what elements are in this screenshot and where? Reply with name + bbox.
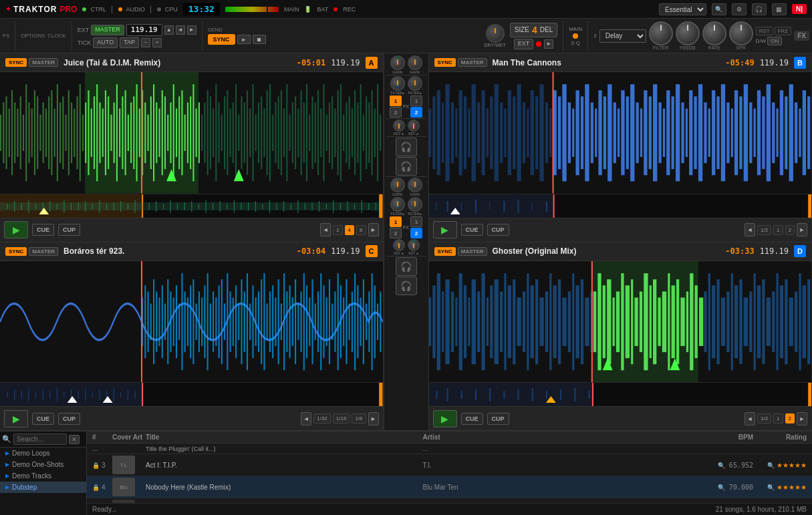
deck-d-loop-half[interactable]: 1/2 xyxy=(757,413,771,423)
deck-a-master-tag[interactable]: MASTER xyxy=(29,58,58,67)
deck-a-play-btn[interactable]: ▶ xyxy=(4,221,28,238)
deck-c-cup-btn[interactable]: CUP xyxy=(58,413,80,425)
deck-b-waveform[interactable] xyxy=(429,72,812,194)
search-input[interactable] xyxy=(13,434,67,445)
filter-knob-b[interactable] xyxy=(408,76,422,91)
deck-a-loop-2[interactable]: 2 xyxy=(333,225,342,235)
deck-b-sync-tag[interactable]: SYNC xyxy=(434,58,456,67)
deck-b-loop-half[interactable]: 1/2 xyxy=(757,225,771,235)
stop-btn[interactable]: ⏹ xyxy=(253,35,266,44)
filter-knob-c[interactable] xyxy=(390,197,405,212)
fx-c-1-btn[interactable]: 1 xyxy=(390,216,402,227)
fx-b-1-btn[interactable]: 1 xyxy=(410,96,422,106)
deck-a-loop-4[interactable]: 4 xyxy=(345,225,354,235)
deck-c-master-tag[interactable]: MASTER xyxy=(29,247,58,256)
close-search-btn[interactable]: ✕ xyxy=(69,435,80,444)
gain-knob-b[interactable] xyxy=(408,55,422,70)
deck-d-overview[interactable] xyxy=(429,382,812,406)
deck-b-cue-btn[interactable]: CUE xyxy=(461,224,483,236)
deck-b-loop-1[interactable]: 1 xyxy=(773,225,783,235)
fx-d-2-btn[interactable]: 2 xyxy=(410,228,422,238)
deck-c-loop-3[interactable]: 1/8 xyxy=(352,413,366,423)
deck-b-overview[interactable] xyxy=(429,194,812,218)
deck-d-master-tag[interactable]: MASTER xyxy=(458,247,487,256)
deck-d-loop-2[interactable]: 2 xyxy=(785,413,795,423)
filter-knob[interactable] xyxy=(649,21,673,45)
deck-a-waveform[interactable] xyxy=(0,72,383,194)
fx-b-2-btn[interactable]: 2 xyxy=(410,107,422,118)
deck-a-overview[interactable] xyxy=(0,194,383,218)
fx-effect-select[interactable]: Delay xyxy=(599,29,646,43)
ext-play-btn[interactable]: ► xyxy=(544,39,553,49)
filter-knob-a[interactable] xyxy=(390,76,405,91)
dry-wet-knob[interactable] xyxy=(486,24,505,43)
spr-knob[interactable] xyxy=(729,21,753,45)
bpm-nudge-prev[interactable]: ◄ xyxy=(176,25,185,35)
settings-icon-btn[interactable]: ⚙ xyxy=(732,3,747,15)
rst-btn[interactable]: RST xyxy=(756,27,773,35)
bpm-nudge-next[interactable]: ► xyxy=(187,25,196,35)
browser-sidebar-item-3[interactable]: ▶ Dubstep xyxy=(0,482,86,493)
headphones-icon-btn[interactable]: 🎧 xyxy=(752,3,767,15)
key-knob-b[interactable] xyxy=(408,120,420,132)
bpm-plus[interactable]: + xyxy=(152,38,162,47)
fx-a-1-btn[interactable]: 1 xyxy=(390,96,402,106)
deck-a-loop-nav-left[interactable]: ◄ xyxy=(320,223,331,236)
deck-b-play-btn[interactable]: ▶ xyxy=(433,221,457,238)
fx-d-1-btn[interactable]: 1 xyxy=(410,216,422,227)
deck-b-cup-btn[interactable]: CUP xyxy=(487,224,509,236)
headphone-b-btn[interactable]: 🎧 xyxy=(396,157,417,176)
deck-c-waveform[interactable] xyxy=(0,261,383,383)
rate-knob[interactable] xyxy=(702,21,726,45)
tap-btn[interactable]: TAP xyxy=(120,37,139,48)
deck-c-loop-2[interactable]: 1/16 xyxy=(333,413,350,423)
deck-b-master-tag[interactable]: MASTER xyxy=(458,58,487,67)
frz-btn[interactable]: FRZ xyxy=(775,27,792,35)
deck-c-cue-btn[interactable]: CUE xyxy=(32,413,54,425)
deck-d-loop-1[interactable]: 1 xyxy=(773,413,783,423)
feedb-knob[interactable] xyxy=(676,21,700,45)
deck-d-loop-nav-right[interactable]: ► xyxy=(797,412,807,425)
gain-knob-c[interactable] xyxy=(390,178,405,192)
browser-row-partial[interactable]: ... Title the Pluggin' (Call it...) ... xyxy=(87,444,812,454)
search-icon-btn[interactable]: 🔍 xyxy=(712,3,726,15)
deck-b-loop-nav-right[interactable]: ► xyxy=(797,223,807,236)
deck-d-sync-tag[interactable]: SYNC xyxy=(434,247,456,256)
deck-a-cue-btn[interactable]: CUE xyxy=(32,224,54,236)
browser-row-2[interactable]: 🔒5 Ultimate Satisfaction (A Capella) Lud… xyxy=(87,498,812,503)
deck-d-waveform[interactable] xyxy=(429,261,812,383)
key-knob-c[interactable] xyxy=(393,239,405,251)
deck-c-loop-nav-right[interactable]: ► xyxy=(368,412,379,425)
bpm-nudge-up[interactable]: ▲ xyxy=(164,25,174,35)
filter-knob-d[interactable] xyxy=(408,197,422,212)
preset-selector[interactable]: Essential xyxy=(659,3,706,15)
browser-sidebar-item-1[interactable]: ▶ Demo One-Shots xyxy=(0,459,86,470)
browser-sidebar-item-0[interactable]: ▶ Demo Loops xyxy=(0,448,86,459)
layout-icon-btn[interactable]: ▦ xyxy=(772,3,787,15)
headphone-c-btn[interactable]: 🎧 xyxy=(396,257,417,276)
ext-source-btn[interactable]: EXT xyxy=(514,39,534,49)
master-btn[interactable]: MASTER xyxy=(91,25,124,35)
play-pause-btn[interactable]: ► xyxy=(237,35,251,44)
fx-on-btn[interactable]: ON xyxy=(767,37,782,45)
deck-b-loop-nav-left[interactable]: ◄ xyxy=(745,223,755,236)
deck-c-overview[interactable] xyxy=(0,382,383,406)
fx-c-2-btn[interactable]: 2 xyxy=(390,228,402,238)
deck-c-loop-1[interactable]: 1/32 xyxy=(313,413,331,423)
headphone-a-btn[interactable]: 🎧 xyxy=(396,138,417,156)
deck-d-cup-btn[interactable]: CUP xyxy=(487,413,509,425)
deck-a-loop-8[interactable]: 8 xyxy=(356,225,366,235)
deck-a-loop-nav-right[interactable]: ► xyxy=(368,223,379,236)
browser-sidebar-item-2[interactable]: ▶ Demo Tracks xyxy=(0,470,86,482)
key-knob-a[interactable] xyxy=(393,120,405,132)
deck-d-cue-btn[interactable]: CUE xyxy=(461,413,483,425)
deck-c-sync-tag[interactable]: SYNC xyxy=(5,247,27,256)
gain-knob-a[interactable] xyxy=(390,55,405,70)
key-knob-d[interactable] xyxy=(408,239,420,251)
browser-row-0[interactable]: 🔒3 T.I. Act I: T.I.P. T.I. 🔍 65.952 🔍 ★★… xyxy=(87,454,812,476)
deck-c-loop-nav-left[interactable]: ◄ xyxy=(301,412,311,425)
deck-a-sync-tag[interactable]: SYNC xyxy=(5,58,27,67)
deck-a-cup-btn[interactable]: CUP xyxy=(58,224,80,236)
deck-b-loop-2[interactable]: 2 xyxy=(785,225,795,235)
deck-c-play-btn[interactable]: ▶ xyxy=(4,410,28,427)
